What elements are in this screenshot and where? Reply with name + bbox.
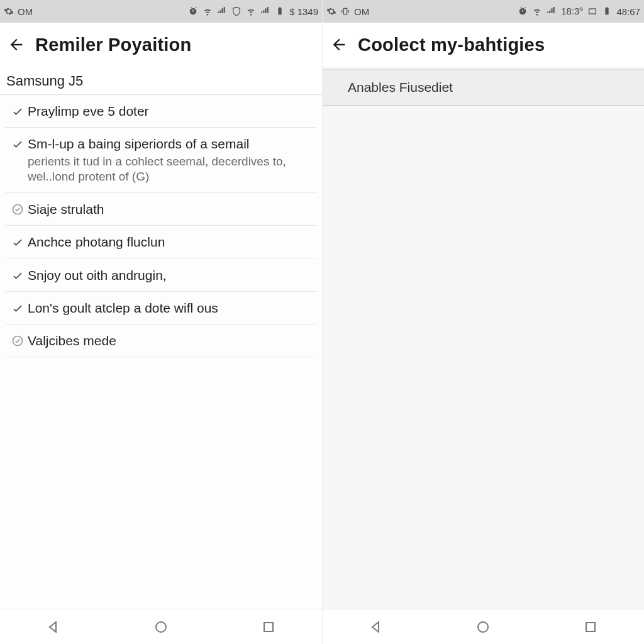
list-item-label: Lon's goult atclep a dote wifl ous — [28, 299, 312, 316]
phone-right: OM 18:3⁹ 48:67 Coolect my-bahtigies Anab… — [322, 0, 644, 644]
check-icon — [9, 233, 26, 248]
device-subheader: Samsung J5 — [0, 67, 322, 95]
list-item[interactable]: Sm-l-up a baing siperiords of a semail p… — [5, 128, 317, 193]
shield-icon — [231, 6, 242, 16]
check-icon — [9, 299, 26, 314]
back-arrow-icon — [330, 36, 348, 53]
back-arrow-icon — [8, 36, 25, 53]
svg-rect-11 — [586, 623, 595, 631]
list-row[interactable]: Anables Fiusediet — [323, 69, 644, 106]
alarm-icon — [518, 6, 528, 16]
nav-bar — [323, 609, 644, 644]
list-item-sublabel: perients it tud in a cohlect seemal, dec… — [28, 154, 312, 185]
list-row-label: Anables Fiusediet — [348, 80, 453, 94]
list-item-label: Anchce photang fluclun — [28, 233, 312, 250]
content-body: Samsung J5 Praylimp eve 5 doter Sm-l-up … — [0, 67, 322, 609]
nav-recent-button[interactable] — [578, 614, 603, 640]
page-title: Coolect my-bahtigies — [358, 35, 545, 55]
list-item[interactable]: Snjoy out oith andrugin, — [5, 259, 317, 292]
circle-check-icon — [9, 201, 26, 216]
phone-left: OM $ 1349 Remiler Poyaition Samsung J5 — [0, 0, 322, 644]
nav-bar — [0, 609, 322, 644]
nav-back-button[interactable] — [41, 614, 66, 640]
battery-icon — [275, 6, 285, 16]
circle-home-icon — [475, 619, 491, 635]
list-item[interactable]: Valjcibes mede — [5, 325, 317, 357]
svg-rect-6 — [343, 8, 347, 14]
svg-rect-0 — [279, 8, 282, 15]
app-bar: Remiler Poyaition — [0, 23, 322, 67]
list-item[interactable]: Praylimp eve 5 doter — [5, 95, 317, 128]
check-icon — [9, 135, 26, 150]
status-om-label: OM — [18, 6, 33, 17]
list-item-label: Praylimp eve 5 doter — [28, 103, 312, 119]
list-item[interactable]: Anchce photang fluclun — [5, 226, 317, 258]
status-bar: OM $ 1349 — [0, 0, 322, 23]
triangle-back-icon — [369, 619, 384, 635]
status-time-2: 48:67 — [616, 6, 640, 17]
signal-icon-2 — [260, 6, 270, 16]
check-icon — [9, 267, 26, 282]
check-icon — [9, 103, 26, 118]
gear-icon — [4, 6, 14, 16]
status-time: 1349 — [297, 6, 318, 17]
square-recent-icon — [261, 619, 276, 635]
signal-icon — [217, 6, 227, 16]
list-item-label: Valjcibes mede — [28, 332, 312, 349]
svg-point-4 — [156, 622, 166, 632]
nav-recent-button[interactable] — [256, 614, 281, 640]
wifi-icon-2 — [246, 6, 256, 16]
back-button[interactable] — [324, 30, 354, 60]
square-recent-icon — [583, 619, 598, 635]
list-item-label: Siaje strulath — [28, 201, 312, 218]
alarm-icon — [188, 6, 198, 16]
svg-point-10 — [478, 622, 488, 632]
gear-icon — [326, 6, 336, 16]
circle-home-icon — [153, 619, 169, 635]
svg-rect-7 — [589, 9, 596, 14]
content-body: Anables Fiusediet — [323, 67, 644, 609]
battery-icon — [602, 6, 612, 16]
status-time-1: 18:3⁹ — [561, 6, 583, 17]
wifi-icon — [532, 6, 542, 16]
page-title: Remiler Poyaition — [35, 35, 191, 55]
svg-rect-1 — [279, 7, 281, 8]
nav-back-button[interactable] — [364, 614, 389, 640]
svg-rect-5 — [264, 623, 273, 631]
screen-icon — [587, 6, 597, 16]
list-item-label: Snjoy out oith andrugin, — [28, 267, 312, 284]
list-item[interactable]: Siaje strulath — [5, 193, 317, 226]
circle-check-icon — [9, 332, 26, 347]
wifi-icon — [203, 6, 213, 16]
svg-rect-8 — [606, 8, 609, 15]
triangle-back-icon — [46, 619, 61, 635]
status-bar: OM 18:3⁹ 48:67 — [323, 0, 644, 23]
status-om-label: OM — [354, 6, 369, 17]
back-button[interactable] — [1, 30, 31, 60]
status-dollar: $ — [289, 6, 294, 17]
svg-rect-9 — [606, 7, 608, 8]
list-item[interactable]: Lon's goult atclep a dote wifl ous — [5, 292, 317, 325]
signal-icon — [547, 6, 557, 16]
nav-home-button[interactable] — [148, 614, 174, 640]
list-item-label: Sm-l-up a baing siperiords of a semail — [28, 135, 312, 152]
app-bar: Coolect my-bahtigies — [323, 23, 644, 67]
nav-home-button[interactable] — [470, 614, 496, 640]
vibrate-icon — [340, 6, 350, 16]
